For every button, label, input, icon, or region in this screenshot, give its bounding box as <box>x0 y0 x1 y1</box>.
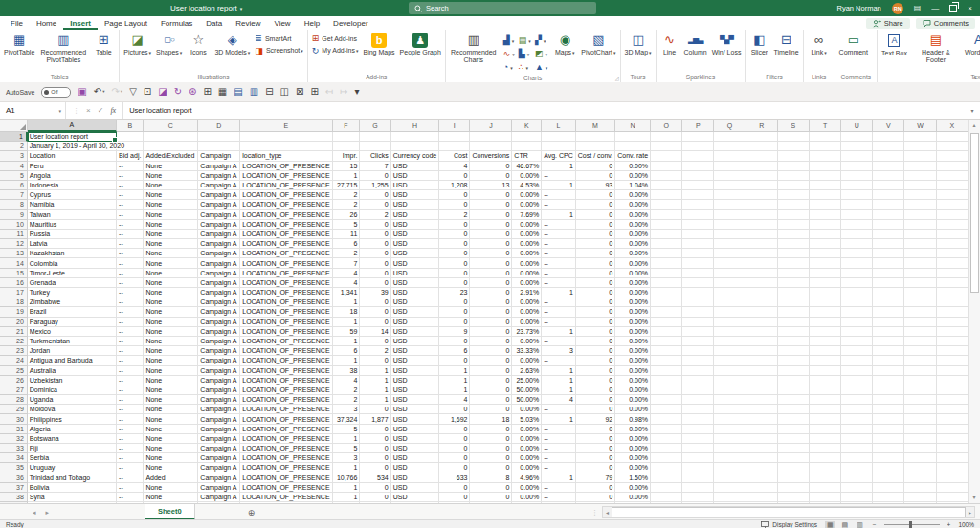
cell-M29[interactable]: 0 <box>576 405 615 414</box>
cell[interactable] <box>904 366 936 376</box>
cell-L34[interactable]: -- <box>542 453 576 463</box>
cell-K11[interactable]: 0.00% <box>512 230 542 239</box>
cell[interactable] <box>810 376 841 385</box>
cell-N4[interactable]: 0.00% <box>615 162 651 171</box>
cell-L17[interactable]: 1 <box>542 288 576 297</box>
cell[interactable] <box>439 132 470 142</box>
cell[interactable] <box>651 288 682 297</box>
cell-J6[interactable]: 13 <box>470 181 512 190</box>
cell[interactable] <box>746 230 778 239</box>
cell[interactable] <box>470 132 512 142</box>
cell-H22[interactable]: USD <box>391 337 440 346</box>
cell-A26[interactable]: Uzbekistan <box>28 376 117 385</box>
cell[interactable] <box>746 346 778 356</box>
cell[interactable] <box>841 278 873 288</box>
cell-M13[interactable]: 0 <box>576 249 615 258</box>
cell[interactable] <box>937 434 969 444</box>
cell-M17[interactable]: 0 <box>576 288 615 297</box>
cell-E5[interactable]: LOCATION_OF_PRESENCE <box>240 171 332 181</box>
cell-F4[interactable]: 15 <box>333 162 361 171</box>
cell-G32[interactable]: 0 <box>360 434 390 444</box>
cell[interactable] <box>904 434 936 444</box>
cell[interactable] <box>682 151 714 161</box>
cell[interactable] <box>841 463 873 473</box>
decrease-indent-button[interactable]: ↤ <box>325 85 333 99</box>
table-style-button[interactable]: ⊡ <box>144 85 151 99</box>
table-button[interactable]: ⊞Table <box>90 32 117 57</box>
cell-N18[interactable]: 0.00% <box>615 297 651 307</box>
cell[interactable] <box>651 181 682 190</box>
cell-B37[interactable]: -- <box>117 483 144 493</box>
cell-J28[interactable]: 0 <box>470 395 512 405</box>
cell-I36[interactable]: 633 <box>439 473 470 483</box>
cell[interactable] <box>651 444 682 453</box>
cell[interactable] <box>778 142 810 151</box>
cell[interactable] <box>746 269 778 278</box>
column-header-K[interactable]: K <box>512 120 542 132</box>
cell-M27[interactable]: 0 <box>576 385 615 395</box>
cell[interactable] <box>651 327 682 337</box>
cell-B25[interactable]: -- <box>117 366 144 376</box>
cell[interactable] <box>198 132 240 142</box>
tab-review[interactable]: Review <box>229 16 267 30</box>
recommended-charts-button[interactable]: ▥Recommended Charts <box>448 32 500 64</box>
cell[interactable] <box>810 307 841 317</box>
cell[interactable] <box>746 239 778 249</box>
cell-G28[interactable]: 1 <box>360 395 390 405</box>
cell-C30[interactable]: None <box>144 414 198 424</box>
cell[interactable] <box>810 414 841 424</box>
column-header-O[interactable]: O <box>651 120 682 132</box>
cell-K8[interactable]: 0.00% <box>512 200 542 209</box>
cell-J37[interactable]: 0 <box>470 483 512 493</box>
cell[interactable] <box>841 366 873 376</box>
cell[interactable] <box>746 444 778 453</box>
column-header-I[interactable]: I <box>439 120 470 132</box>
cell-N33[interactable]: 0.00% <box>615 444 651 453</box>
cell[interactable] <box>682 162 714 171</box>
cell[interactable] <box>682 200 714 209</box>
cell-E38[interactable]: LOCATION_OF_PRESENCE <box>240 493 332 502</box>
cell-I33[interactable]: 0 <box>439 444 470 453</box>
row-header-19[interactable]: 19 <box>0 307 28 317</box>
save-button[interactable]: ▣ <box>78 85 86 99</box>
cell-F19[interactable]: 18 <box>333 307 361 317</box>
cell-D30[interactable]: Campaign A <box>198 414 240 424</box>
cell[interactable] <box>651 258 682 268</box>
cell-K5[interactable]: 0.00% <box>512 171 542 181</box>
cell[interactable] <box>778 318 810 327</box>
cell[interactable] <box>714 151 746 161</box>
my-add-ins-button[interactable]: ↻My Add-ins▾ <box>312 47 359 55</box>
cancel-button[interactable]: × <box>86 106 91 115</box>
cell-M37[interactable]: 0 <box>576 483 615 493</box>
cell[interactable] <box>746 142 778 151</box>
cell[interactable] <box>873 239 904 249</box>
cell[interactable] <box>778 132 810 142</box>
cell[interactable] <box>778 346 810 356</box>
row-header-34[interactable]: 34 <box>0 453 28 463</box>
cell-J17[interactable]: 0 <box>470 288 512 297</box>
cell-F18[interactable]: 1 <box>333 297 361 307</box>
cell-H27[interactable]: USD <box>391 385 440 395</box>
cell[interactable] <box>714 444 746 453</box>
cell-L35[interactable]: -- <box>542 463 576 473</box>
cell-E17[interactable]: LOCATION_OF_PRESENCE <box>240 288 332 297</box>
cell-H9[interactable]: USD <box>391 210 440 220</box>
cell-H34[interactable]: USD <box>391 453 440 463</box>
cell-G24[interactable]: 0 <box>360 356 390 365</box>
cell[interactable] <box>810 473 841 483</box>
cell[interactable] <box>778 463 810 473</box>
cell-H5[interactable]: USD <box>391 171 440 181</box>
cell-L25[interactable]: 1 <box>542 366 576 376</box>
cell-F14[interactable]: 7 <box>333 258 361 268</box>
cell-J20[interactable]: 0 <box>470 318 512 327</box>
zoom-level[interactable]: 100% <box>958 521 974 528</box>
cell[interactable] <box>682 132 714 142</box>
previous-sheet-button[interactable]: ◂ <box>33 509 36 517</box>
cell-H36[interactable]: USD <box>391 473 440 483</box>
tab-insert[interactable]: Insert <box>63 16 98 30</box>
cell[interactable] <box>810 337 841 346</box>
cell-J26[interactable]: 0 <box>470 376 512 385</box>
eraser-button[interactable]: ◪ <box>158 85 167 99</box>
cell-J3[interactable]: Conversions <box>470 151 512 161</box>
cell[interactable] <box>841 181 873 190</box>
